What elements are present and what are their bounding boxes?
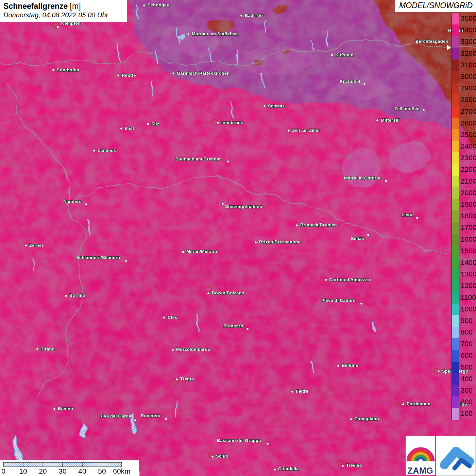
scale-bar-ticks: 0102030405060km: [0, 460, 139, 476]
legend-value: 2600: [461, 117, 476, 129]
city-label: Sterzing/Vipiteno: [225, 204, 262, 209]
city-label: Kufstein: [335, 52, 354, 57]
city-label: Belluno: [342, 363, 358, 368]
legend-cell: [452, 222, 459, 234]
legend-value: 3400: [461, 24, 476, 36]
legend-cell: [452, 13, 459, 24]
city-dot: [367, 234, 370, 236]
scale-tick: 60km: [113, 467, 130, 475]
city-label: Sillian: [351, 236, 364, 241]
city-dot: [53, 408, 56, 410]
city-dot: [254, 241, 257, 244]
city-label: Predazzo: [223, 323, 243, 328]
city-label: Cles: [168, 315, 177, 320]
city-dot: [147, 123, 149, 125]
city-label: Schwaz: [268, 103, 285, 108]
legend-cell: [452, 408, 459, 420]
city-label: Pordenone: [407, 401, 430, 406]
city-dot: [207, 292, 210, 295]
colorbar-marker-icon: [447, 45, 451, 50]
scale-tick: 0: [1, 467, 5, 475]
legend-cell: [452, 210, 459, 222]
legend-cell: [452, 60, 459, 71]
city-dot: [295, 224, 298, 227]
city-label: Cittadella: [278, 466, 299, 471]
zamg-logo-text: ZAMG: [406, 466, 435, 476]
scale-bar: 0102030405060km: [0, 460, 139, 476]
city-label: Sonthofen: [57, 67, 79, 72]
city-label: Mezzolombardo: [176, 347, 210, 352]
legend-cell: [452, 280, 459, 292]
colorbar-values: 3500340033003200310030002900280027002600…: [461, 13, 476, 420]
legend-value: 2400: [461, 140, 476, 152]
legend-cell: [452, 199, 459, 210]
city-label: Feltre: [296, 389, 308, 394]
mountain-icon: [436, 436, 475, 475]
legend-value: 600: [461, 350, 476, 361]
legend-value: 1700: [461, 222, 476, 233]
city-dot: [266, 442, 269, 445]
legend-cell: [452, 71, 459, 83]
city-label: Steinach am Brenner: [175, 156, 221, 162]
legend-cell: [452, 234, 459, 245]
city-dot: [65, 294, 67, 297]
city-dot: [211, 455, 214, 458]
city-dot: [24, 244, 27, 247]
city-dot: [163, 316, 166, 319]
city-label: Innsbruck: [221, 120, 243, 125]
city-label: Bad Tölz: [245, 13, 264, 18]
legend-value: 3100: [461, 59, 476, 71]
city-dot: [402, 403, 405, 406]
legend-value: 1400: [461, 257, 476, 268]
scale-tick: 20: [39, 467, 47, 475]
city-dot: [56, 26, 59, 28]
city-dot: [246, 327, 249, 330]
legend-cell: [452, 164, 459, 175]
city-label: Cortina d'Ampezzo: [329, 277, 370, 282]
scale-tick: 50: [98, 467, 106, 475]
city-dot: [85, 203, 87, 206]
zamg-logo: ZAMG: [406, 436, 435, 475]
city-dot: [172, 72, 175, 75]
city-dot: [125, 259, 128, 262]
legend-value: 500: [461, 361, 476, 373]
legend-cell: [452, 152, 459, 164]
city-dot: [52, 69, 55, 71]
city-dot: [226, 160, 229, 163]
city-dot: [437, 370, 440, 373]
city-label: Silz: [151, 121, 159, 126]
zamg-rainbow-icon: [406, 436, 435, 464]
city-dot: [134, 419, 136, 422]
legend-cell: [452, 118, 459, 129]
city-dot: [363, 83, 366, 85]
city-label: Tirano: [41, 346, 55, 352]
city-label: Zell am Ziller: [292, 128, 320, 133]
legend-value: 2300: [461, 152, 476, 164]
legend-value: 2900: [461, 82, 476, 94]
city-label: Nauders: [63, 199, 81, 204]
colorbar-legend: 3500340033003200310030002900280027002600…: [452, 13, 459, 420]
city-dot: [330, 54, 333, 56]
city-dot: [273, 468, 276, 471]
legend-value: 1600: [461, 234, 476, 245]
legend-value: 3500: [461, 13, 476, 24]
legend-value: 1100: [461, 292, 476, 303]
city-label: Rovereto: [141, 413, 160, 418]
city-label: Imst: [125, 126, 134, 131]
city-label: Bozen/Bolzano: [212, 290, 244, 295]
legend-value: 3000: [461, 71, 476, 82]
legend-cell: [452, 269, 459, 280]
city-label: Bassano del Grappa: [217, 438, 261, 443]
city-dot: [337, 364, 340, 367]
city-dot: [165, 418, 167, 420]
city-layer: SchongauBad TölzKemptenMurnau am Staffel…: [0, 0, 476, 476]
legend-value: 1900: [461, 199, 476, 210]
city-dot: [287, 129, 290, 132]
legend-value: 3300: [461, 36, 476, 47]
city-dot: [171, 348, 174, 351]
city-label: Bienno: [58, 406, 73, 411]
city-label: Garmisch-Partenkirchen: [177, 71, 230, 76]
legend-cell: [452, 362, 459, 373]
city-label: Riva del Garda: [99, 413, 131, 419]
snow-mountain-logo: [436, 436, 476, 476]
